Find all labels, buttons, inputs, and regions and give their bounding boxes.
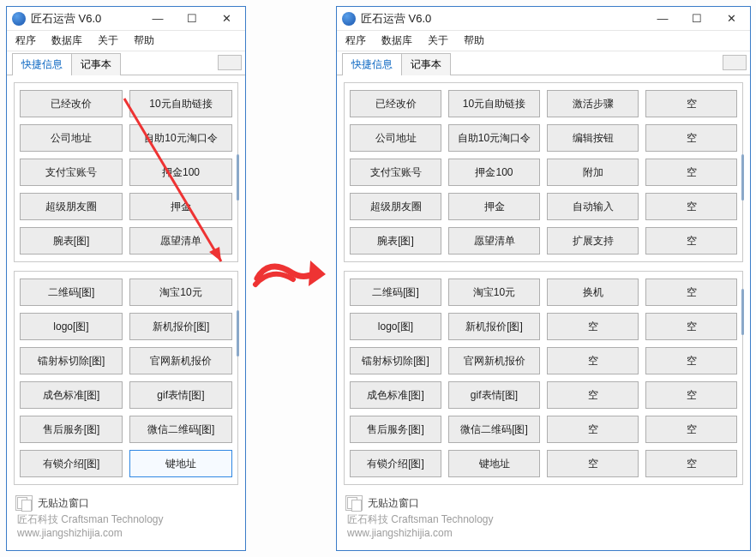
action-button[interactable]: 空 xyxy=(547,313,639,340)
action-button[interactable]: 押金100 xyxy=(448,159,540,186)
action-button[interactable]: gif表情[图] xyxy=(448,381,540,409)
action-button[interactable]: 空 xyxy=(645,416,737,443)
action-button[interactable]: 空 xyxy=(547,347,639,374)
action-button[interactable]: 微信二维码[图] xyxy=(129,416,232,443)
menu-about[interactable]: 关于 xyxy=(93,32,123,50)
action-button[interactable]: 押金100 xyxy=(129,159,232,186)
action-button[interactable]: 新机报价[图] xyxy=(129,313,232,340)
tab-extra-box[interactable] xyxy=(723,55,747,70)
action-button[interactable]: 空 xyxy=(645,450,737,477)
action-button[interactable]: 支付宝账号 xyxy=(20,159,123,186)
action-button[interactable]: 二维码[图] xyxy=(350,278,441,306)
action-button[interactable]: logo[图] xyxy=(20,313,123,340)
close-button[interactable]: ✕ xyxy=(714,8,748,30)
menu-program[interactable]: 程序 xyxy=(340,32,371,50)
resize-handle[interactable] xyxy=(237,154,239,201)
menu-database[interactable]: 数据库 xyxy=(376,32,417,50)
menu-help[interactable]: 帮助 xyxy=(129,32,159,50)
action-button[interactable]: 公司地址 xyxy=(20,124,123,152)
action-button[interactable]: 空 xyxy=(547,416,639,443)
action-button[interactable]: 超级朋友圈 xyxy=(350,193,441,220)
action-button[interactable]: 有锁介绍[图] xyxy=(20,450,123,477)
action-button[interactable]: 镭射标切除[图] xyxy=(20,347,123,374)
action-button[interactable]: logo[图] xyxy=(350,313,441,340)
action-button[interactable]: 押金 xyxy=(448,193,540,220)
action-button[interactable]: 超级朋友圈 xyxy=(20,193,123,220)
action-button[interactable]: 已经改价 xyxy=(20,90,123,117)
menu-database[interactable]: 数据库 xyxy=(46,32,87,50)
action-button[interactable]: 空 xyxy=(547,450,639,477)
action-button[interactable]: 腕表[图] xyxy=(20,227,123,255)
minimize-button[interactable]: — xyxy=(141,8,175,30)
action-button[interactable]: 新机报价[图] xyxy=(448,313,540,340)
action-button[interactable]: 淘宝10元 xyxy=(448,278,540,306)
action-button[interactable]: 官网新机报价 xyxy=(448,347,540,374)
action-button[interactable]: 愿望清单 xyxy=(129,227,232,255)
action-button[interactable]: 二维码[图] xyxy=(20,278,123,306)
action-button[interactable]: 押金 xyxy=(129,193,232,220)
action-button[interactable]: 有锁介绍[图] xyxy=(350,450,441,477)
action-button[interactable]: 成色标准[图] xyxy=(350,381,441,409)
tab-quickinfo[interactable]: 快捷信息 xyxy=(12,53,72,75)
action-button[interactable]: 支付宝账号 xyxy=(350,159,441,186)
action-button[interactable]: 编辑按钮 xyxy=(547,124,639,152)
tab-notepad[interactable]: 记事本 xyxy=(71,53,121,75)
close-button[interactable]: ✕ xyxy=(209,8,243,30)
maximize-button[interactable]: ☐ xyxy=(680,8,714,30)
window-duplicate-icon[interactable] xyxy=(345,495,363,511)
tab-extra-box[interactable] xyxy=(218,55,242,70)
action-button[interactable]: 空 xyxy=(645,347,737,374)
action-button[interactable]: 10元自助链接 xyxy=(448,90,540,117)
footer-label: 无贴边窗口 xyxy=(38,496,89,511)
action-button[interactable]: 换机 xyxy=(547,278,639,306)
action-button[interactable]: 镭射标切除[图] xyxy=(350,347,441,374)
window-duplicate-icon[interactable] xyxy=(15,495,33,511)
minimize-button[interactable]: — xyxy=(645,8,680,30)
window-title: 匠石运营 V6.0 xyxy=(361,11,431,27)
action-button[interactable]: 键地址 xyxy=(129,450,232,477)
action-button[interactable]: 公司地址 xyxy=(350,124,441,152)
menu-help[interactable]: 帮助 xyxy=(459,32,489,50)
action-button[interactable]: 售后服务[图] xyxy=(20,416,123,443)
resize-handle[interactable] xyxy=(741,289,744,335)
maximize-button[interactable]: ☐ xyxy=(175,8,209,30)
action-button[interactable]: 空 xyxy=(645,90,737,117)
action-button[interactable]: 自助10元淘口令 xyxy=(129,124,232,152)
action-button[interactable]: 空 xyxy=(645,313,737,340)
menubar: 程序 数据库 关于 帮助 xyxy=(7,31,245,51)
action-button[interactable]: 腕表[图] xyxy=(350,227,441,255)
menu-about[interactable]: 关于 xyxy=(423,32,453,50)
tab-notepad[interactable]: 记事本 xyxy=(401,53,451,75)
action-button[interactable]: 淘宝10元 xyxy=(129,278,232,306)
action-button[interactable]: 扩展支持 xyxy=(547,227,639,255)
action-button[interactable]: 激活步骤 xyxy=(547,90,639,117)
action-button[interactable]: 已经改价 xyxy=(350,90,441,117)
titlebar[interactable]: 匠石运营 V6.0 — ☐ ✕ xyxy=(7,7,245,31)
tab-quickinfo[interactable]: 快捷信息 xyxy=(342,53,402,75)
action-button[interactable]: 官网新机报价 xyxy=(129,347,232,374)
action-button[interactable]: 空 xyxy=(645,278,737,306)
action-button[interactable]: 空 xyxy=(547,381,639,409)
tabbar: 快捷信息 记事本 xyxy=(337,51,750,75)
action-button[interactable]: 成色标准[图] xyxy=(20,381,123,409)
action-button[interactable]: 空 xyxy=(645,381,737,409)
titlebar[interactable]: 匠石运营 V6.0 — ☐ ✕ xyxy=(337,7,750,31)
menu-program[interactable]: 程序 xyxy=(10,32,41,50)
action-button[interactable]: 售后服务[图] xyxy=(350,416,441,443)
action-button[interactable]: gif表情[图] xyxy=(129,381,232,409)
action-button[interactable]: 附加 xyxy=(547,159,639,186)
action-button[interactable]: 微信二维码[图] xyxy=(448,416,540,443)
menubar: 程序 数据库 关于 帮助 xyxy=(337,31,750,51)
action-button[interactable]: 空 xyxy=(645,193,737,220)
resize-handle[interactable] xyxy=(237,310,239,356)
action-button[interactable]: 空 xyxy=(645,159,737,186)
action-button[interactable]: 空 xyxy=(645,124,737,152)
action-button[interactable]: 自助10元淘口令 xyxy=(448,124,540,152)
action-button[interactable]: 自动输入 xyxy=(547,193,639,220)
action-button[interactable]: 空 xyxy=(645,227,737,255)
action-button[interactable]: 愿望清单 xyxy=(448,227,540,255)
button-group-1: 已经改价10元自助链接公司地址自助10元淘口令支付宝账号押金100超级朋友圈押金… xyxy=(14,82,238,262)
resize-handle[interactable] xyxy=(741,154,744,201)
action-button[interactable]: 键地址 xyxy=(448,450,540,477)
action-button[interactable]: 10元自助链接 xyxy=(129,90,232,117)
